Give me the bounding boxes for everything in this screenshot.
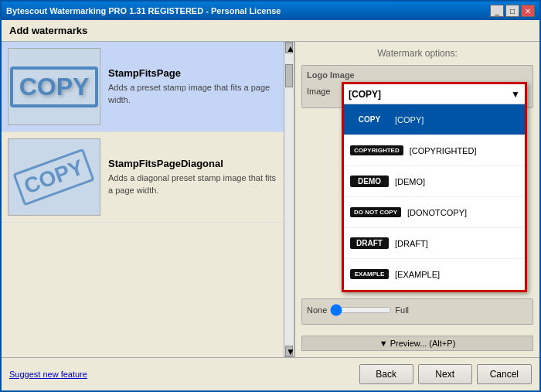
scroll-thumb[interactable] <box>285 64 293 87</box>
badge-draft: DRAFT <box>350 237 389 249</box>
stamp-list-wrapper: COPY StampFitsPage Adds a preset stamp i… <box>2 42 294 357</box>
dropdown-item-donotcopy[interactable]: DO NOT COPY [DONOTCOPY] <box>344 197 525 228</box>
dropdown-item-copy[interactable]: COPY [COPY] <box>344 104 525 135</box>
dropdown-item-draft[interactable]: DRAFT [DRAFT] <box>344 228 525 259</box>
stamp-info-fits-page-diagonal: StampFitsPageDiagonal Adds a diagonal pr… <box>108 158 277 196</box>
dropdown-label-draft: [DRAFT] <box>395 239 428 248</box>
stamp-copy-icon: COPY <box>10 66 99 107</box>
badge-copyrighted: COPYRIGHTED <box>350 145 403 155</box>
scroll-down-arrow[interactable]: ▼ <box>285 346 293 356</box>
left-panel: COPY StampFitsPage Adds a preset stamp i… <box>2 42 295 357</box>
dropdown-item-demo[interactable]: DEMO [DEMO] <box>344 166 525 197</box>
stamp-item-fits-page-diagonal[interactable]: COPY StampFitsPageDiagonal Adds a diagon… <box>2 132 284 223</box>
transparency-none-label: None <box>307 305 327 315</box>
transparency-slider[interactable] <box>330 304 392 316</box>
dropdown-overlay: [COPY] ▼ COPY [COPY] COPYRIGHTED [COPYRI… <box>342 82 527 292</box>
dropdown-label-donotcopy: [DONOTCOPY] <box>407 208 467 217</box>
badge-example: EXAMPLE <box>350 269 389 279</box>
stamp-desc-diagonal: Adds a diagonal preset stamp image that … <box>108 172 277 196</box>
dropdown-header: [COPY] ▼ <box>344 84 525 104</box>
dropdown-label-demo: [DEMO] <box>395 177 425 186</box>
back-button[interactable]: Back <box>359 364 413 384</box>
dropdown-selected-value: [COPY] <box>349 89 381 100</box>
dropdown-item-copyrighted[interactable]: COPYRIGHTED [COPYRIGHTED] <box>344 135 525 166</box>
minimize-button[interactable]: _ <box>490 5 504 17</box>
next-button[interactable]: Next <box>418 364 472 384</box>
stamp-copy-diag-icon: COPY <box>13 148 96 206</box>
dropdown-label-copy: [COPY] <box>395 115 424 124</box>
cancel-button[interactable]: Cancel <box>477 364 532 384</box>
dropdown-label-example: [EXAMPLE] <box>395 270 440 279</box>
stamp-list: COPY StampFitsPage Adds a preset stamp i… <box>2 42 284 357</box>
badge-copy: COPY <box>350 114 389 125</box>
title-bar: Bytescout Watermarking PRO 1.31 REGISTER… <box>2 2 539 20</box>
close-button[interactable]: ✕ <box>521 5 535 17</box>
stamp-list-scrollbar[interactable]: ▲ ▼ <box>284 42 294 357</box>
title-bar-controls: _ □ ✕ <box>490 5 535 17</box>
transparency-row: None Full <box>307 304 528 316</box>
preview-bar[interactable]: ▼ Preview... (Alt+P) <box>301 336 533 351</box>
dropdown-item-example[interactable]: EXAMPLE [EXAMPLE] <box>344 259 525 290</box>
stamp-info-fits-page: StampFitsPage Adds a preset stamp image … <box>108 67 277 106</box>
main-window: Bytescout Watermarking PRO 1.31 REGISTER… <box>0 0 541 392</box>
dropdown-scroll-area[interactable]: COPY [COPY] COPYRIGHTED [COPYRIGHTED] DE… <box>344 104 525 290</box>
suggest-feature-link[interactable]: Suggest new feature <box>9 370 87 379</box>
dialog-buttons: Back Next Cancel <box>359 364 532 384</box>
watermark-options-title: Watermark options: <box>301 48 533 59</box>
badge-donotcopy: DO NOT COPY <box>350 207 401 217</box>
logo-image-title: Logo Image <box>307 70 528 80</box>
stamp-item-fits-page[interactable]: COPY StampFitsPage Adds a preset stamp i… <box>2 42 284 132</box>
dialog-body: COPY StampFitsPage Adds a preset stamp i… <box>2 42 539 357</box>
transparency-section: None Full <box>301 298 533 325</box>
maximize-button[interactable]: □ <box>505 5 519 17</box>
dropdown-chevron-icon: ▼ <box>511 89 520 100</box>
dropdown-label-copyrighted: [COPYRIGHTED] <box>410 146 477 155</box>
stamp-thumb-fits-page: COPY <box>8 48 100 125</box>
bottom-bar: Suggest new feature Back Next Cancel <box>2 357 539 390</box>
window-title: Bytescout Watermarking PRO 1.31 REGISTER… <box>6 6 281 15</box>
dialog-title: Add watermarks <box>9 25 87 36</box>
stamp-thumb-fits-page-diagonal: COPY <box>8 138 100 216</box>
stamp-desc-fits-page: Adds a preset stamp image that fits a pa… <box>108 82 277 106</box>
badge-demo: DEMO <box>350 176 389 187</box>
right-panel: Watermark options: Logo Image Image ▼ ..… <box>295 42 539 357</box>
dialog-header: Add watermarks <box>2 20 539 42</box>
scroll-up-arrow[interactable]: ▲ <box>285 43 293 53</box>
stamp-name-diagonal: StampFitsPageDiagonal <box>108 158 277 169</box>
transparency-full-label: Full <box>395 305 409 315</box>
stamp-name-fits-page: StampFitsPage <box>108 67 277 79</box>
